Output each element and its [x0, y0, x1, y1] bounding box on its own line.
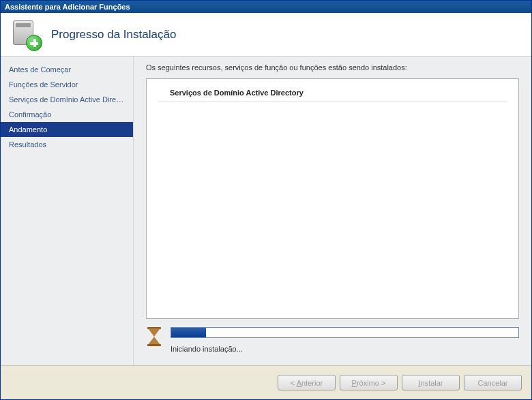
wizard-step[interactable]: Serviços de Domínio Active Direct... — [1, 92, 133, 107]
main-content: Os seguintes recursos, serviços de funçã… — [134, 57, 531, 365]
wizard-footer: < Anterior Próximo > Instalar Cancelar — [1, 365, 531, 399]
window-titlebar: Assistente para Adicionar Funções — [1, 1, 531, 13]
wizard-step[interactable]: Funções de Servidor — [1, 77, 133, 92]
install-status-text: Iniciando instalação... — [171, 345, 519, 353]
window-title: Assistente para Adicionar Funções — [5, 3, 130, 11]
hourglass-icon — [147, 327, 161, 346]
wizard-step[interactable]: Antes de Começar — [1, 62, 133, 77]
next-button[interactable]: Próximo > — [340, 375, 398, 390]
page-title: Progresso da Instalação — [51, 28, 176, 42]
wizard-step[interactable]: Andamento — [1, 122, 133, 137]
intro-text: Os seguintes recursos, serviços de funçã… — [146, 63, 519, 72]
wizard-step[interactable]: Resultados — [1, 137, 133, 152]
install-list-panel: Serviços de Domínio Active Directory — [146, 78, 519, 319]
back-button[interactable]: < Anterior — [278, 375, 336, 390]
add-roles-icon — [12, 20, 40, 49]
wizard-steps-sidebar: Antes de ComeçarFunções de ServidorServi… — [1, 57, 134, 365]
install-progress-bar — [171, 327, 519, 338]
cancel-button[interactable]: Cancelar — [464, 375, 522, 390]
wizard-header: Progresso da Instalação — [1, 13, 531, 57]
wizard-step[interactable]: Confirmação — [1, 107, 133, 122]
install-item-ad-ds: Serviços de Domínio Active Directory — [158, 86, 507, 102]
install-button[interactable]: Instalar — [402, 375, 460, 390]
